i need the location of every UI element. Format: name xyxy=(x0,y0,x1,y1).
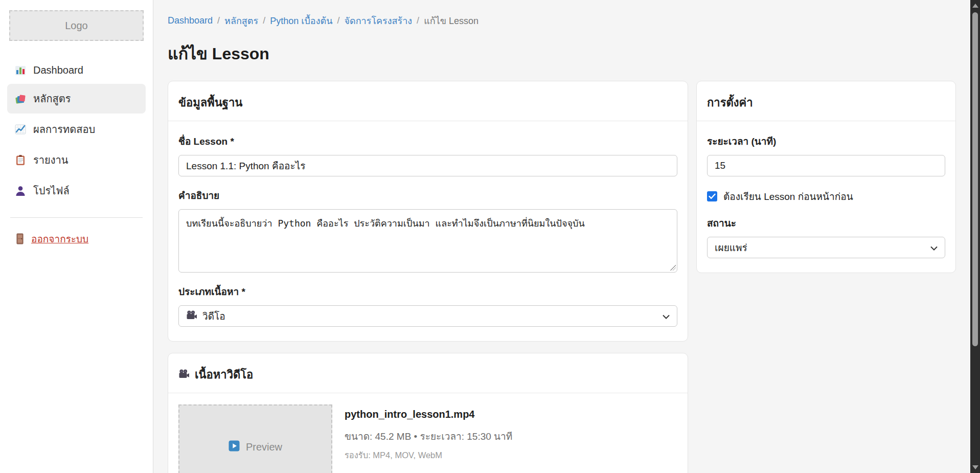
sidebar: Logo Dashboard หลักสูตร ผลการทดสอบ xyxy=(0,0,153,473)
description-wrap: บทเรียนนี้จะอธิบายว่า Python คืออะไร ประ… xyxy=(178,209,677,273)
chart-increasing-icon xyxy=(15,124,26,135)
sidebar-item-dashboard[interactable]: Dashboard xyxy=(7,58,146,83)
chevron-down-icon xyxy=(663,310,670,322)
vertical-scrollbar[interactable] xyxy=(970,0,980,473)
basic-info-card: ข้อมูลพื้นฐาน ชื่อ Lesson * คำอธิบาย บทเ… xyxy=(168,81,688,342)
logo-placeholder: Logo xyxy=(9,10,144,41)
lesson-name-input[interactable] xyxy=(178,155,677,176)
scrollbar-down-arrow-icon[interactable] xyxy=(972,465,978,469)
breadcrumb-separator: / xyxy=(417,15,419,26)
breadcrumb: Dashboard / หลักสูตร / Python เบื้องต้น … xyxy=(168,13,956,28)
settings-body: ระยะเวลา (นาที) ต้องเรียน Lesson ก่อนหน้… xyxy=(697,121,955,273)
sidebar-item-courses[interactable]: หลักสูตร xyxy=(7,84,146,114)
sidebar-item-label: Dashboard xyxy=(33,64,83,76)
clipboard-icon xyxy=(15,154,26,166)
bar-chart-icon xyxy=(15,65,26,76)
video-preview[interactable]: Preview xyxy=(178,404,332,473)
textarea-resize-handle[interactable] xyxy=(670,265,676,271)
breadcrumb-link-course[interactable]: Python เบื้องต้น xyxy=(270,13,332,28)
sidebar-item-test-results[interactable]: ผลการทดสอบ xyxy=(7,115,146,144)
breadcrumb-separator: / xyxy=(337,15,339,26)
sidebar-divider xyxy=(10,217,143,218)
prerequisite-checkbox[interactable] xyxy=(707,191,717,201)
sidebar-item-label: ผลการทดสอบ xyxy=(33,121,95,138)
video-row: Preview python_intro_lesson1.mp4 ขนาด: 4… xyxy=(168,393,688,473)
sidebar-item-label: รายงาน xyxy=(33,152,68,168)
video-supported-formats: รองรับ: MP4, MOV, WebM xyxy=(345,448,512,462)
play-icon xyxy=(229,440,240,454)
video-info: python_intro_lesson1.mp4 ขนาด: 45.2 MB •… xyxy=(345,404,512,473)
content-type-label: ประเภทเนื้อหา * xyxy=(178,284,677,299)
video-content-title-text: เนื้อหาวิดีโอ xyxy=(195,366,253,384)
preview-label: Preview xyxy=(246,441,282,453)
content-type-value: วิดีโอ xyxy=(202,308,225,324)
logout-label: ออกจากระบบ xyxy=(31,231,88,246)
logo-text: Logo xyxy=(65,20,88,32)
basic-info-title: ข้อมูลพื้นฐาน xyxy=(168,81,688,121)
breadcrumb-current: แก้ไข Lesson xyxy=(424,13,478,28)
lesson-name-label: ชื่อ Lesson * xyxy=(178,133,677,149)
settings-card: การตั้งค่า ระยะเวลา (นาที) ต้องเรียน Les… xyxy=(696,81,956,273)
main-content: Dashboard / หลักสูตร / Python เบื้องต้น … xyxy=(153,0,970,473)
scrollbar-thumb[interactable] xyxy=(972,12,978,346)
check-icon xyxy=(709,193,716,199)
sidebar-item-label: โปรไฟล์ xyxy=(33,183,70,199)
video-file-meta: ขนาด: 45.2 MB • ระยะเวลา: 15:30 นาที xyxy=(345,429,512,444)
duration-label: ระยะเวลา (นาที) xyxy=(707,133,945,149)
status-select[interactable]: เผยแพร่ xyxy=(707,237,945,258)
movie-camera-icon xyxy=(186,310,197,322)
description-label: คำอธิบาย xyxy=(178,188,677,203)
sidebar-item-label: หลักสูตร xyxy=(33,91,71,107)
prerequisite-label: ต้องเรียน Lesson ก่อนหน้าก่อน xyxy=(723,189,853,204)
sidebar-item-profile[interactable]: โปรไฟล์ xyxy=(7,176,146,206)
breadcrumb-link-structure[interactable]: จัดการโครงสร้าง xyxy=(344,13,412,28)
status-value: เผยแพร่ xyxy=(715,240,747,255)
scrollbar-up-arrow-icon[interactable] xyxy=(972,4,978,8)
breadcrumb-separator: / xyxy=(217,15,220,26)
main-column: ข้อมูลพื้นฐาน ชื่อ Lesson * คำอธิบาย บทเ… xyxy=(168,81,688,473)
video-content-card: เนื้อหาวิดีโอ Preview python_intro_lesso… xyxy=(168,353,688,473)
settings-column: การตั้งค่า ระยะเวลา (นาที) ต้องเรียน Les… xyxy=(696,81,956,273)
sidebar-item-reports[interactable]: รายงาน xyxy=(7,145,146,175)
sidebar-nav: Dashboard หลักสูตร ผลการทดสอบ รายงาน xyxy=(0,57,153,206)
books-icon xyxy=(15,93,26,104)
movie-camera-icon xyxy=(178,368,190,381)
video-content-title: เนื้อหาวิดีโอ xyxy=(168,353,688,393)
breadcrumb-separator: / xyxy=(263,15,265,26)
basic-info-body: ชื่อ Lesson * คำอธิบาย บทเรียนนี้จะอธิบา… xyxy=(168,121,688,341)
description-textarea[interactable]: บทเรียนนี้จะอธิบายว่า Python คืออะไร ประ… xyxy=(178,209,677,273)
logout-link[interactable]: ออกจากระบบ xyxy=(7,231,96,246)
page-title: แก้ไข Lesson xyxy=(168,40,956,66)
app-window: Logo Dashboard หลักสูตร ผลการทดสอบ xyxy=(0,0,980,473)
content-type-select[interactable]: วิดีโอ xyxy=(178,305,677,327)
breadcrumb-link-dashboard[interactable]: Dashboard xyxy=(168,15,213,26)
settings-title: การตั้งค่า xyxy=(697,81,955,121)
prerequisite-row: ต้องเรียน Lesson ก่อนหน้าก่อน xyxy=(707,189,945,204)
chevron-down-icon xyxy=(930,242,938,253)
status-label: สถานะ xyxy=(707,215,945,231)
video-file-name: python_intro_lesson1.mp4 xyxy=(345,409,512,420)
person-icon xyxy=(15,185,26,196)
door-icon xyxy=(15,233,25,244)
breadcrumb-link-courses[interactable]: หลักสูตร xyxy=(224,13,258,28)
form-columns: ข้อมูลพื้นฐาน ชื่อ Lesson * คำอธิบาย บทเ… xyxy=(168,81,956,473)
duration-input[interactable] xyxy=(707,155,945,176)
